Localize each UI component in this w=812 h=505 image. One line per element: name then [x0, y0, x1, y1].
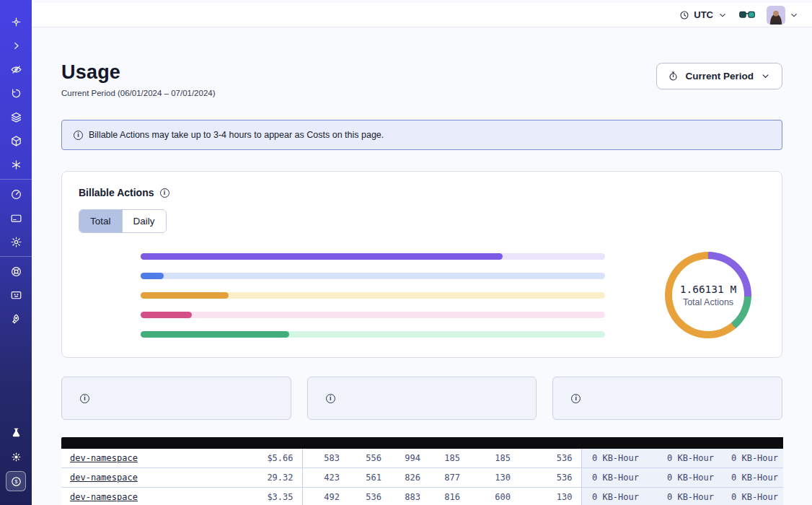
bar-track [141, 273, 605, 279]
info-icon [74, 131, 83, 140]
settings-gear-icon [10, 236, 22, 248]
namespace-link[interactable]: dev-namespace [70, 473, 138, 483]
col-header-namespace [61, 437, 224, 449]
feedback-monitor-nav[interactable] [6, 286, 25, 304]
col-header-cost [224, 437, 302, 449]
namespace-link[interactable]: dev-namespace [70, 453, 138, 463]
col-header-retained-storage [648, 437, 723, 449]
period-button-label: Current Period [685, 71, 754, 82]
billable-view-tabs: TotalDaily [79, 209, 167, 233]
page-title: Usage [61, 61, 216, 84]
info-icon[interactable] [571, 394, 581, 403]
sidebar-group [0, 256, 32, 333]
cell-signals: 826 [390, 468, 429, 488]
clock-icon [679, 10, 689, 20]
billing-card-nav[interactable] [6, 208, 25, 227]
app-root: $ UTC [0, 0, 812, 505]
glasses-icon[interactable] [739, 9, 755, 21]
namespaces-eye-icon [10, 63, 22, 76]
content-area: Usage Current Period (06/01/2024 – 07/01… [32, 27, 812, 505]
getting-started-rocket-nav[interactable] [6, 309, 25, 328]
info-icon[interactable] [326, 394, 335, 403]
current-period-button[interactable]: Current Period [656, 63, 782, 89]
col-header-total-storage [723, 437, 783, 449]
col-header-signals [390, 437, 429, 449]
cell-total-actions: 130 [519, 488, 581, 505]
gauge-icon [10, 188, 22, 201]
cell-workflows: 130 [469, 468, 519, 488]
info-icon[interactable] [80, 394, 89, 403]
col-header-activities [302, 437, 348, 449]
cube-icon [10, 135, 22, 147]
layers-nav[interactable] [6, 107, 25, 126]
lab-flask-nav[interactable] [6, 423, 25, 442]
bar-fill [141, 292, 229, 299]
cell-active-storage: 0 KB-Hour [581, 488, 648, 505]
account-menu[interactable] [767, 6, 799, 25]
cell-workflows: 185 [469, 449, 519, 468]
info-banner: Billable Actions may take up to 3-4 hour… [61, 120, 782, 150]
feedback-monitor-icon [10, 289, 22, 302]
cell-activities: 423 [302, 468, 348, 488]
usage-table-wrap: dev-namespace$5.665835569941851855360 KB… [61, 437, 782, 505]
cell-cost: 29.32 [224, 468, 302, 488]
cell-active-storage: 0 KB-Hour [581, 449, 648, 468]
cell-signals: 994 [390, 449, 429, 468]
col-header-workflows [469, 437, 519, 449]
lab-flask-icon [10, 427, 22, 439]
history-nav[interactable] [6, 84, 25, 102]
usage-table: dev-namespace$5.665835569941851855360 KB… [61, 437, 783, 505]
asterisk-nav[interactable] [6, 155, 25, 174]
cell-timers: 185 [429, 449, 469, 468]
cell-queries: 536 [348, 488, 390, 505]
table-row: dev-namespace29.324235618268771305360 KB… [61, 468, 783, 488]
history-icon [10, 87, 22, 100]
layers-icon [10, 111, 22, 123]
retained-storage-card [307, 377, 537, 420]
cell-workflows: 600 [469, 488, 519, 505]
chevron-down-icon [760, 71, 771, 82]
timezone-label: UTC [694, 9, 713, 20]
tab-total[interactable]: Total [79, 210, 123, 232]
billable-actions-card: Billable Actions TotalDaily 1.66131 M To… [61, 171, 782, 358]
bar-track [141, 253, 605, 260]
cell-total-storage: 0 KB-Hour [723, 468, 783, 488]
namespaces-eye-nav[interactable] [6, 60, 25, 79]
donut-chart-wrap: 1.66131 M Total Actions [651, 252, 765, 338]
bar-fill [141, 273, 164, 279]
sidebar-group [0, 7, 32, 179]
theme-sun-icon [10, 451, 22, 463]
temporal-logo-nav[interactable] [6, 12, 25, 31]
chevron-right-nav[interactable] [6, 36, 25, 55]
info-icon[interactable] [160, 188, 169, 198]
namespace-link[interactable]: dev-namespace [70, 492, 138, 502]
tab-daily[interactable]: Daily [123, 210, 166, 232]
total-actions-label: Total Actions [683, 297, 733, 307]
cube-nav[interactable] [6, 131, 25, 150]
cell-retained-storage: 0 KB-Hour [648, 488, 723, 505]
banner-text: Billable Actions may take up to 3-4 hour… [89, 130, 384, 140]
cell-active-storage: 0 KB-Hour [581, 468, 648, 488]
support-buoy-nav[interactable] [6, 262, 25, 281]
donut-chart: 1.66131 M Total Actions [665, 252, 751, 338]
cell-namespace: dev-namespace [61, 468, 224, 488]
theme-sun-nav[interactable] [6, 447, 25, 466]
bar-fill [141, 253, 503, 260]
bar-track [141, 312, 605, 318]
cell-total-actions: 536 [519, 449, 581, 468]
col-header-active-storage [581, 437, 648, 449]
col-header-timers [429, 437, 469, 449]
page-subtitle: Current Period (06/01/2024 – 07/01/2024) [61, 89, 216, 97]
cell-timers: 877 [429, 468, 469, 488]
billable-actions-title: Billable Actions [79, 187, 154, 198]
cell-activities: 492 [302, 488, 348, 505]
cell-retained-storage: 0 KB-Hour [648, 468, 723, 488]
storage-cards [61, 377, 782, 420]
total-actions-value: 1.66131 M [680, 284, 737, 295]
gauge-nav[interactable] [6, 185, 25, 203]
usage-coin-nav[interactable]: $ [6, 471, 26, 491]
settings-gear-nav[interactable] [6, 232, 25, 251]
getting-started-rocket-icon [10, 313, 22, 325]
timezone-selector[interactable]: UTC [679, 9, 728, 20]
bar-track [141, 331, 605, 338]
